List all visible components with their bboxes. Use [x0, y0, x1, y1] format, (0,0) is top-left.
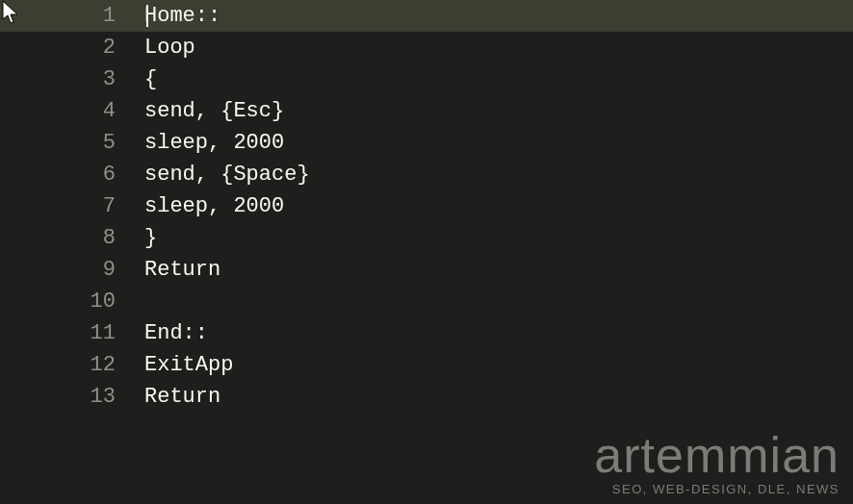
code-line[interactable]: 12 ExitApp	[0, 349, 853, 381]
code-text[interactable]: sleep, 2000	[144, 127, 853, 159]
code-line[interactable]: 10	[0, 286, 853, 317]
code-text[interactable]: Home::	[144, 0, 853, 32]
code-text[interactable]: }	[144, 222, 853, 254]
code-line[interactable]: 9 Return	[0, 254, 853, 286]
line-number: 1	[0, 0, 144, 32]
code-text[interactable]: {	[144, 63, 853, 95]
line-number: 9	[0, 254, 144, 286]
code-line[interactable]: 1 Home::	[0, 0, 853, 32]
watermark: artemmian SEO, WEB-DESIGN, DLE, NEWS	[594, 430, 840, 496]
code-text[interactable]: sleep, 2000	[144, 190, 853, 222]
code-text[interactable]: Return	[144, 254, 853, 286]
line-number: 3	[0, 63, 144, 95]
code-line[interactable]: 3 {	[0, 63, 853, 95]
line-number: 10	[0, 286, 144, 317]
code-text[interactable]: ExitApp	[144, 349, 853, 381]
code-text[interactable]: Loop	[144, 32, 853, 63]
watermark-brand: artemmian	[594, 430, 840, 480]
line-number: 7	[0, 190, 144, 222]
line-number: 8	[0, 222, 144, 254]
line-number: 5	[0, 127, 144, 159]
code-line[interactable]: 11 End::	[0, 317, 853, 349]
watermark-tagline: SEO, WEB-DESIGN, DLE, NEWS	[594, 482, 840, 496]
code-line[interactable]: 4 send, {Esc}	[0, 95, 853, 127]
code-line[interactable]: 13 Return	[0, 381, 853, 413]
code-text[interactable]: Return	[144, 381, 853, 413]
line-number: 13	[0, 381, 144, 413]
code-line[interactable]: 8 }	[0, 222, 853, 254]
code-line[interactable]: 7 sleep, 2000	[0, 190, 853, 222]
line-number: 2	[0, 32, 144, 63]
code-line[interactable]: 6 send, {Space}	[0, 159, 853, 190]
code-line[interactable]: 2 Loop	[0, 32, 853, 63]
code-line[interactable]: 5 sleep, 2000	[0, 127, 853, 159]
code-text[interactable]: send, {Space}	[144, 159, 853, 190]
code-text[interactable]	[144, 286, 853, 317]
line-number: 4	[0, 95, 144, 127]
code-text[interactable]: send, {Esc}	[144, 95, 853, 127]
line-number: 11	[0, 317, 144, 349]
line-number: 6	[0, 159, 144, 190]
code-text[interactable]: End::	[144, 317, 853, 349]
line-number: 12	[0, 349, 144, 381]
